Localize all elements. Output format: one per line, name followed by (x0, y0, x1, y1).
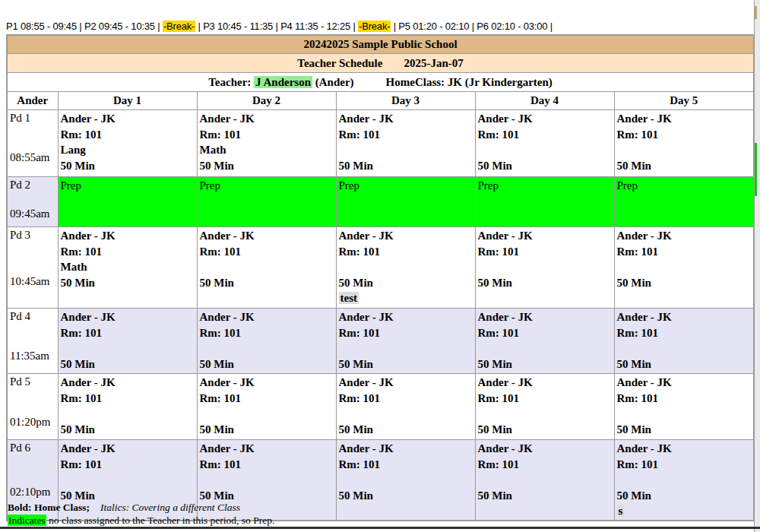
class-duration: 50 Min (617, 158, 752, 174)
class-cell: Ander - JKRm: 101Lang50 Min (58, 110, 197, 177)
class-subject (617, 472, 752, 488)
class-room: Rm: 101 (339, 325, 473, 341)
class-title: Ander - JK (617, 228, 752, 244)
class-title: Ander - JK (617, 309, 752, 325)
school-title: 20242025 Sample Public School (7, 35, 754, 54)
class-title: Ander - JK (617, 111, 752, 127)
homeclass-label: HomeClass: (386, 76, 445, 88)
class-cell: Ander - JKRm: 101 50 Min (475, 227, 614, 309)
prep-cell: Prep (336, 177, 475, 227)
period-label: Pd 4 (10, 310, 56, 323)
class-duration: 50 Min (61, 488, 195, 504)
class-title: Ander - JK (339, 375, 473, 391)
class-room: Rm: 101 (617, 391, 752, 407)
class-cell: Ander - JKRm: 101 50 Min (614, 309, 754, 374)
class-cell: Ander - JKRm: 101Math50 Min (58, 227, 197, 309)
class-note-highlight: s (617, 505, 625, 517)
class-subject (200, 406, 334, 422)
class-duration: 50 Min (478, 356, 613, 372)
class-room: Rm: 101 (478, 457, 613, 473)
banner-school-row: 20242025 Sample Public School (7, 35, 754, 54)
class-subject (200, 340, 334, 356)
class-cell: Ander - JKRm: 101 50 Mins (614, 440, 754, 521)
scrollbar-marker-green (755, 143, 757, 196)
class-duration: 50 Min (478, 158, 613, 174)
period-start-time: 09:45am (10, 207, 50, 220)
class-duration: 50 Min (339, 488, 473, 504)
period-time-item: P5 01:20 - 02:10 (398, 21, 469, 32)
class-room: Rm: 101 (478, 391, 613, 407)
class-subject (200, 472, 334, 488)
prep-text: Prep (200, 178, 334, 194)
class-title: Ander - JK (200, 111, 334, 127)
teacher-column-header: Ander (7, 92, 58, 110)
class-title: Ander - JK (61, 441, 195, 457)
class-title: Ander - JK (478, 111, 613, 127)
class-title: Ander - JK (339, 228, 473, 244)
class-title: Ander - JK (617, 441, 752, 457)
class-subject (478, 259, 613, 275)
scrollbar-track[interactable] (754, 0, 760, 532)
class-note-highlight: test (339, 292, 359, 304)
class-duration: 50 Min (200, 356, 334, 372)
class-duration: 50 Min (61, 356, 195, 372)
class-title: Ander - JK (617, 375, 752, 391)
class-cell: Ander - JKRm: 101 50 Min (336, 374, 475, 440)
class-duration: 50 Min (339, 356, 473, 372)
period-start-time: 10:45am (10, 275, 50, 288)
legend-bold-note: Bold: Home Class; (8, 502, 90, 513)
class-duration: 50 Min (200, 488, 334, 504)
class-cell: Ander - JKRm: 101 50 Min (58, 309, 197, 374)
class-room: Rm: 101 (617, 244, 752, 260)
period-start-time: 08:55am (10, 151, 50, 164)
class-subject (61, 472, 195, 488)
legend-italic-note: Italics: Covering a different Class (100, 502, 240, 513)
class-title: Ander - JK (61, 228, 195, 244)
class-title: Ander - JK (339, 309, 473, 325)
class-cell: Ander - JKRm: 101Math50 Min (197, 110, 336, 177)
prep-text: Prep (61, 178, 195, 194)
class-room: Rm: 101 (339, 391, 473, 407)
class-subject (478, 142, 613, 158)
class-duration: 50 Min (61, 275, 195, 291)
class-duration: 50 Min (200, 158, 334, 174)
class-subject (339, 259, 473, 275)
teacher-short-code: (Ander) (315, 76, 354, 88)
prep-text: Prep (617, 178, 752, 194)
period-start-time: 02:10pm (10, 486, 50, 499)
class-duration: 50 Min (200, 275, 334, 291)
day-header-row: AnderDay 1Day 2Day 3Day 4Day 5 (7, 92, 754, 110)
period-label: Pd 5 (10, 375, 56, 388)
class-subject (478, 472, 613, 488)
period-label: Pd 1 (10, 112, 56, 125)
schedule-row: Pd 501:20pmAnder - JKRm: 101 50 MinAnder… (7, 374, 754, 440)
class-duration: 50 Min (617, 422, 752, 438)
class-room: Rm: 101 (200, 325, 334, 341)
period-label: Pd 2 (10, 179, 56, 192)
period-label: Pd 6 (10, 442, 56, 454)
period-time-cell: Pd 108:55am (7, 110, 58, 177)
class-duration: 50 Min (339, 158, 473, 174)
period-time-cell: Pd 310:45am (7, 227, 58, 309)
class-cell: Ander - JKRm: 101 50 Min (58, 374, 197, 440)
prep-cell: Prep (475, 177, 614, 227)
class-cell: Ander - JKRm: 101 50 Min (475, 309, 614, 374)
legend: Bold: Home Class;Italics: Covering a dif… (8, 502, 274, 527)
class-title: Ander - JK (61, 111, 195, 127)
banner-teacher-row: Teacher: J Anderson (Ander)HomeClass: JK… (7, 73, 754, 92)
class-room: Rm: 101 (617, 325, 752, 341)
class-duration: 50 Min (617, 488, 752, 504)
class-title: Ander - JK (200, 309, 334, 325)
class-subject: Math (61, 259, 195, 275)
class-room: Rm: 101 (617, 457, 752, 473)
schedule-row: Pd 108:55amAnder - JKRm: 101Lang50 MinAn… (7, 110, 754, 177)
class-title: Ander - JK (61, 375, 195, 391)
schedule-row: Pd 209:45amPrepPrepPrepPrepPrep (7, 177, 754, 227)
period-break-item: -Break- (358, 21, 391, 32)
class-subject (339, 472, 473, 488)
window-bottom-edge (0, 527, 760, 529)
class-room: Rm: 101 (61, 325, 195, 341)
day-column-header: Day 3 (336, 92, 475, 110)
class-room: Rm: 101 (200, 127, 334, 143)
class-room: Rm: 101 (200, 457, 334, 473)
